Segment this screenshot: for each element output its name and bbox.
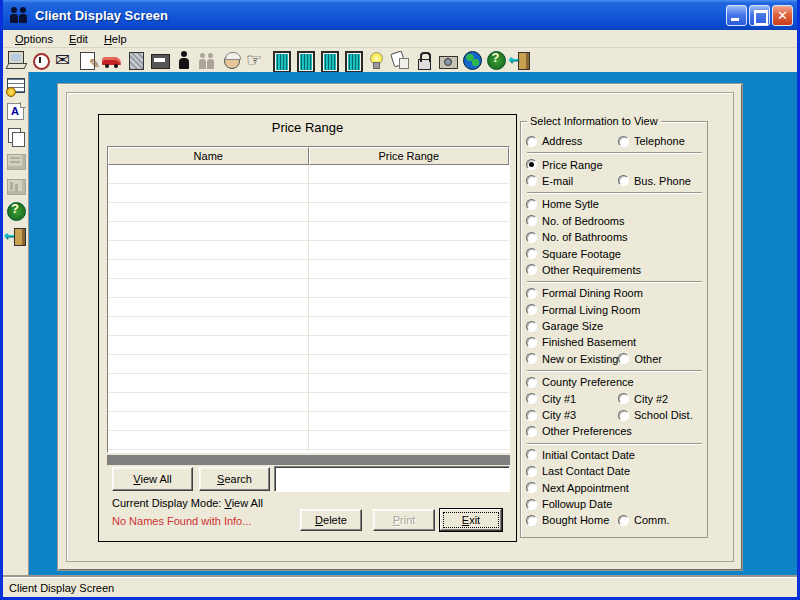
radio-indicator — [526, 393, 537, 404]
maximize-button[interactable] — [749, 5, 770, 26]
table-row[interactable] — [108, 241, 509, 260]
radio-school-dist[interactable]: School Dist. — [618, 409, 693, 421]
radio-other-preferences[interactable]: Other Preferences — [526, 425, 632, 437]
table-row[interactable] — [108, 165, 509, 184]
radio-indicator — [526, 337, 537, 348]
radio-indicator — [526, 449, 537, 460]
radio-formal-dining-room[interactable]: Formal Dining Room — [526, 287, 643, 299]
table-row[interactable] — [108, 279, 509, 298]
radio-e-mail[interactable]: E-mail — [526, 175, 618, 187]
globe-icon[interactable] — [460, 49, 484, 72]
person-icon[interactable] — [172, 49, 196, 72]
radio-last-contact-date[interactable]: Last Contact Date — [526, 465, 630, 477]
lock-icon[interactable] — [412, 49, 436, 72]
exit-button[interactable]: Exit — [439, 508, 503, 532]
radio-new-or-existing[interactable]: New or Existing — [526, 353, 618, 365]
envelope-icon[interactable] — [52, 49, 76, 72]
radio-bus-phone[interactable]: Bus. Phone — [618, 175, 691, 187]
trash-icon[interactable] — [124, 49, 148, 72]
help-icon[interactable] — [484, 49, 508, 72]
table-row[interactable] — [108, 393, 509, 412]
radio-garage-size[interactable]: Garage Size — [526, 320, 618, 332]
radio-county-preference[interactable]: County Preference — [526, 376, 634, 388]
radio-finished-basement[interactable]: Finished Basement — [526, 336, 636, 348]
radio-next-appointment[interactable]: Next Appointment — [526, 482, 629, 494]
menu-help[interactable]: Help — [96, 32, 135, 46]
mouse-icon[interactable] — [388, 49, 412, 72]
delete-button[interactable]: Delete — [300, 509, 362, 531]
hand-icon[interactable] — [244, 49, 268, 72]
table-cell — [108, 431, 309, 449]
search-input[interactable] — [274, 466, 510, 492]
copy-icon[interactable] — [4, 125, 28, 149]
table-row[interactable] — [108, 374, 509, 393]
radio-label: Initial Contact Date — [542, 449, 635, 461]
notepad-icon[interactable] — [76, 49, 100, 72]
radio-indicator — [526, 175, 537, 186]
search-button[interactable]: Search — [199, 467, 270, 491]
exit-icon[interactable] — [4, 225, 28, 249]
radio-formal-living-room[interactable]: Formal Living Room — [526, 304, 640, 316]
radio-city-2[interactable]: City #2 — [618, 393, 668, 405]
register-icon[interactable] — [148, 49, 172, 72]
radio-price-range[interactable]: Price Range — [526, 159, 618, 171]
table-cell — [309, 355, 510, 373]
status-bar: Client Display Screen — [3, 577, 797, 597]
radio-indicator — [526, 215, 537, 226]
bulb-icon[interactable] — [364, 49, 388, 72]
radio-followup-date[interactable]: Followup Date — [526, 498, 618, 510]
people-icon[interactable] — [196, 49, 220, 72]
radio-city-3[interactable]: City #3 — [526, 409, 618, 421]
help-icon[interactable] — [4, 200, 28, 224]
table-row[interactable] — [108, 317, 509, 336]
door-icon[interactable] — [316, 49, 340, 72]
radio-address[interactable]: Address — [526, 135, 618, 147]
door-icon[interactable] — [340, 49, 364, 72]
table-row[interactable] — [108, 298, 509, 317]
clock-icon[interactable] — [28, 49, 52, 72]
radio-label: City #3 — [542, 409, 576, 421]
car-icon[interactable] — [100, 49, 124, 72]
radio-city-1[interactable]: City #1 — [526, 393, 618, 405]
radio-no-of-bathrooms[interactable]: No. of Bathrooms — [526, 231, 628, 243]
radio-comm[interactable]: Comm. — [618, 514, 669, 526]
table-row[interactable] — [108, 222, 509, 241]
radio-other[interactable]: Other — [618, 353, 662, 365]
door-icon[interactable] — [268, 49, 292, 72]
minimize-button[interactable] — [726, 5, 747, 26]
radio-row: Formal Dining Room — [526, 285, 703, 301]
face-icon[interactable] — [220, 49, 244, 72]
table-row[interactable] — [108, 336, 509, 355]
table-row[interactable] — [108, 260, 509, 279]
menu-edit[interactable]: Edit — [61, 32, 96, 46]
close-button[interactable] — [772, 5, 793, 26]
radio-indicator — [526, 159, 537, 170]
table-row[interactable] — [108, 355, 509, 374]
radio-other-requirements[interactable]: Other Requirements — [526, 264, 641, 276]
radio-no-of-bedrooms[interactable]: No. of Bedrooms — [526, 215, 625, 227]
column-header-price-range: Price Range — [309, 147, 510, 165]
table-row[interactable] — [108, 184, 509, 203]
radio-bought-home[interactable]: Bought Home — [526, 514, 618, 526]
radio-initial-contact-date[interactable]: Initial Contact Date — [526, 449, 635, 461]
camera-icon[interactable] — [436, 49, 460, 72]
grid-icon[interactable] — [4, 75, 28, 99]
table-row[interactable] — [108, 412, 509, 431]
radio-telephone[interactable]: Telephone — [618, 135, 685, 147]
table-row[interactable] — [108, 203, 509, 222]
view-all-button[interactable]: View All — [112, 467, 193, 491]
radio-label: Last Contact Date — [542, 465, 630, 477]
computer-icon[interactable] — [4, 49, 28, 72]
table-row[interactable] — [108, 450, 509, 453]
radio-home-sytle[interactable]: Home Sytle — [526, 198, 618, 210]
door-icon[interactable] — [292, 49, 316, 72]
font-icon[interactable] — [4, 100, 28, 124]
radio-section: AddressTelephone — [526, 132, 703, 151]
menu-options[interactable]: Options — [7, 32, 61, 46]
window-title: Client Display Screen — [35, 8, 724, 23]
radio-square-footage[interactable]: Square Footage — [526, 248, 621, 260]
horizontal-scrollbar[interactable] — [107, 455, 510, 465]
exit-icon[interactable] — [508, 49, 532, 72]
table-row[interactable] — [108, 431, 509, 450]
column-header-name: Name — [108, 147, 309, 165]
